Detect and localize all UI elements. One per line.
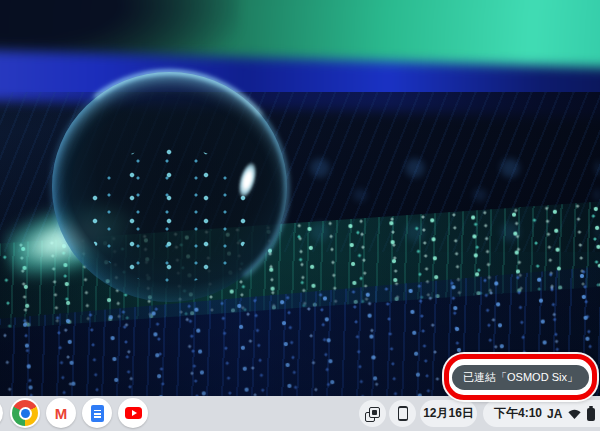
connection-toast[interactable]: 已連結「OSMOD Six」 (452, 365, 589, 390)
battery-icon (587, 408, 595, 421)
annotation-highlight: 已連結「OSMOD Six」 (444, 354, 597, 400)
shelf: M 12月16日 下午4:10 JA (0, 396, 600, 431)
app-docs-button[interactable] (82, 398, 112, 428)
connection-toast-text: 已連結「OSMOD Six」 (463, 371, 578, 383)
docs-icon (91, 405, 104, 422)
desktop-wallpaper (0, 0, 600, 396)
time-label: 下午4:10 (494, 405, 542, 422)
date-pill[interactable]: 12月16日 (420, 400, 477, 427)
app-gmail-button[interactable]: M (46, 398, 76, 428)
app-chrome-button[interactable] (10, 398, 40, 428)
wallpaper-vignette (0, 0, 600, 396)
ime-label: JA (547, 407, 562, 421)
screen-capture-icon (365, 406, 381, 422)
status-tray-button[interactable]: 下午4:10 JA (483, 400, 600, 427)
youtube-icon (125, 407, 142, 420)
phone-hub-button[interactable] (389, 400, 416, 427)
phone-hub-icon (398, 406, 408, 421)
date-label: 12月16日 (423, 405, 474, 422)
chromeos-desktop: M 12月16日 下午4:10 JA (0, 0, 600, 431)
chrome-icon (12, 400, 38, 426)
app-youtube-button[interactable] (118, 398, 148, 428)
gmail-icon: M (55, 406, 68, 421)
screen-capture-button[interactable] (359, 400, 386, 427)
wifi-icon (567, 408, 582, 420)
app-button-partial[interactable] (0, 398, 3, 428)
icon-front-layer (369, 407, 380, 418)
